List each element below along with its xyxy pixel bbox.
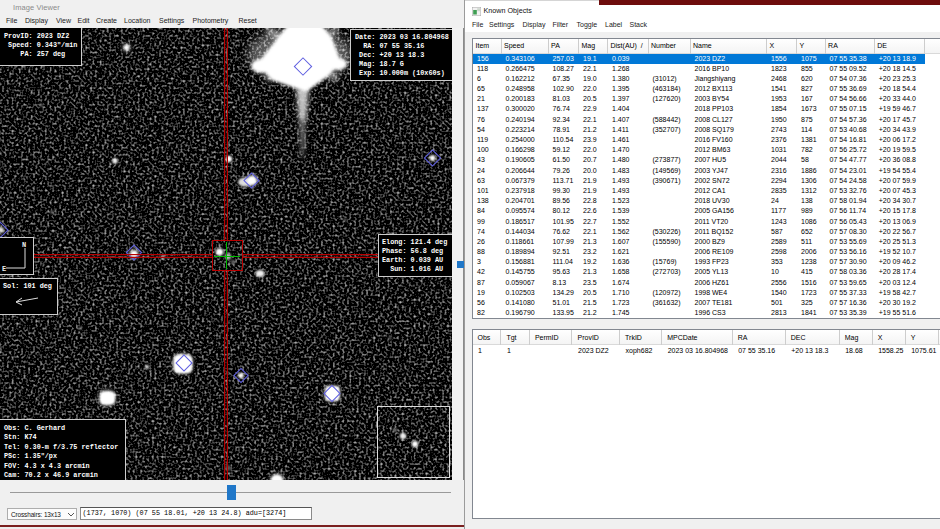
svg-text:E: E — [2, 265, 6, 273]
svg-text:N: N — [22, 241, 26, 249]
